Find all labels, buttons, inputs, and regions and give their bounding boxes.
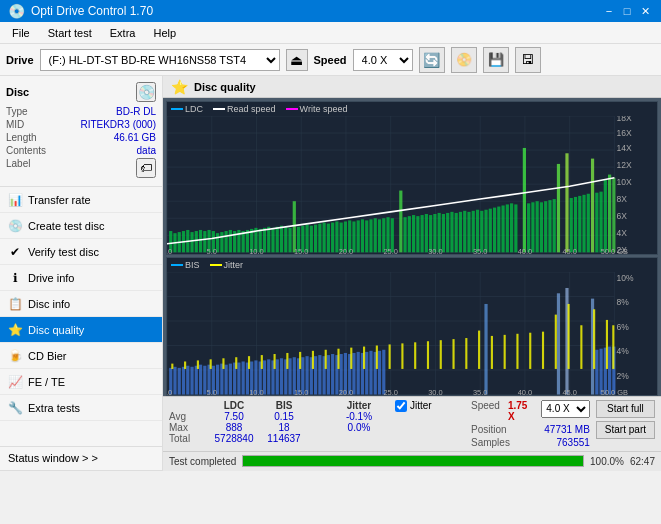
svg-rect-216	[365, 352, 368, 395]
svg-rect-88	[459, 212, 462, 252]
svg-rect-230	[171, 364, 173, 369]
menu-help[interactable]: Help	[145, 25, 184, 41]
avg-label: Avg	[169, 411, 209, 422]
refresh-button[interactable]: 🔄	[419, 47, 445, 73]
read-speed-label: Read speed	[227, 104, 276, 114]
sidebar-item-cd-bier[interactable]: 🍺 CD Bier	[0, 343, 162, 369]
main-panel: ⭐ Disc quality LDC Read speed	[163, 76, 661, 471]
start-part-button[interactable]: Start part	[596, 421, 655, 439]
svg-rect-251	[440, 341, 442, 370]
disc-label-label: Label	[6, 158, 30, 178]
status-window-button[interactable]: Status window > >	[0, 447, 162, 471]
menu-file[interactable]: File	[4, 25, 38, 41]
progress-status-text: Test completed	[169, 456, 236, 467]
sidebar-item-create-test-disc[interactable]: 💿 Create test disc	[0, 213, 162, 239]
legend-jitter: Jitter	[210, 260, 244, 270]
svg-rect-204	[314, 357, 317, 395]
create-test-disc-icon: 💿	[8, 219, 22, 233]
svg-rect-232	[197, 361, 199, 370]
menu-extra[interactable]: Extra	[102, 25, 144, 41]
sidebar-item-fe-te[interactable]: 📈 FE / TE	[0, 369, 162, 395]
svg-rect-76	[408, 216, 411, 252]
dq-icon: ⭐	[171, 79, 188, 95]
svg-text:15.0: 15.0	[294, 388, 308, 395]
lower-chart-svg: 10% 8% 6% 4% 2% 20 15 10 5 0.0 5.0 10.0	[167, 272, 657, 395]
svg-rect-50	[293, 201, 296, 252]
menu-start-test[interactable]: Start test	[40, 25, 100, 41]
svg-rect-57	[323, 223, 326, 253]
svg-rect-174	[186, 366, 189, 395]
contents-value: data	[137, 145, 156, 156]
speed-dropdown[interactable]: 4.0 X	[541, 400, 590, 418]
disc-quality-label: Disc quality	[28, 324, 84, 336]
mid-label: MID	[6, 119, 24, 130]
read-button[interactable]: 📀	[451, 47, 477, 73]
sidebar: Disc 💿 Type BD-R DL MID RITEKDR3 (000) L…	[0, 76, 163, 471]
fe-te-icon: 📈	[8, 375, 22, 389]
total-label: Total	[169, 433, 209, 444]
speed-value: 1.75 X	[508, 400, 533, 422]
svg-rect-68	[369, 219, 372, 252]
disc-label-button[interactable]: 🏷	[136, 158, 156, 178]
svg-rect-120	[604, 180, 607, 252]
svg-text:4%: 4%	[617, 346, 630, 356]
start-full-button[interactable]: Start full	[596, 400, 655, 418]
extra-tests-icon: 🔧	[8, 401, 22, 415]
maximize-button[interactable]: □	[619, 3, 635, 19]
sidebar-item-verify-test-disc[interactable]: ✔ Verify test disc	[0, 239, 162, 265]
sidebar-item-transfer-rate[interactable]: 📊 Transfer rate	[0, 187, 162, 213]
sidebar-item-disc-info[interactable]: 📋 Disc info	[0, 291, 162, 317]
speed-select[interactable]: 4.0 X	[353, 49, 413, 71]
sidebar-item-extra-tests[interactable]: 🔧 Extra tests	[0, 395, 162, 421]
sidebar-item-drive-info[interactable]: ℹ Drive info	[0, 265, 162, 291]
drive-info-icon: ℹ	[8, 271, 22, 285]
sidebar-bottom: Status window > >	[0, 446, 162, 471]
svg-rect-233	[210, 360, 212, 370]
svg-rect-219	[378, 351, 381, 395]
drive-select[interactable]: (F:) HL-DT-ST BD-RE WH16NS58 TST4	[40, 49, 280, 71]
close-button[interactable]: ✕	[637, 3, 653, 19]
minimize-button[interactable]: −	[601, 3, 617, 19]
drive-info-label: Drive info	[28, 272, 74, 284]
svg-text:16X: 16X	[617, 128, 632, 138]
svg-text:5.0: 5.0	[207, 247, 217, 254]
jitter-checkbox[interactable]	[395, 400, 407, 412]
legend-bis: BIS	[171, 260, 200, 270]
svg-rect-187	[242, 362, 245, 395]
samples-label: Samples	[471, 437, 510, 448]
disc-mid-row: MID RITEKDR3 (000)	[6, 119, 156, 130]
svg-rect-214	[357, 352, 360, 395]
svg-rect-207	[327, 356, 330, 395]
total-jitter	[329, 433, 389, 444]
sidebar-item-disc-quality[interactable]: ⭐ Disc quality	[0, 317, 162, 343]
svg-rect-122	[612, 178, 615, 253]
svg-rect-252	[452, 340, 454, 370]
svg-rect-257	[516, 334, 518, 369]
position-value: 47731 MB	[544, 424, 590, 435]
svg-text:25.0: 25.0	[383, 247, 397, 254]
svg-rect-86	[450, 212, 453, 252]
svg-rect-217	[369, 351, 372, 395]
lower-chart-container: BIS Jitter	[166, 257, 658, 396]
svg-rect-103	[527, 203, 530, 252]
upper-chart-container: LDC Read speed Write speed	[166, 101, 658, 255]
dq-title: Disc quality	[194, 81, 256, 93]
svg-rect-121	[608, 175, 611, 253]
svg-rect-198	[288, 359, 291, 395]
disc-info-label: Disc info	[28, 298, 70, 310]
bis-header: BIS	[259, 400, 309, 411]
content-area: Disc 💿 Type BD-R DL MID RITEKDR3 (000) L…	[0, 76, 661, 471]
disc-icon-button[interactable]: 💿	[136, 82, 156, 102]
jitter-header: Jitter	[329, 400, 389, 411]
save-button[interactable]: 🖫	[515, 47, 541, 73]
svg-rect-70	[378, 219, 381, 252]
eject-button[interactable]: ⏏	[286, 49, 308, 71]
svg-rect-261	[568, 304, 570, 369]
svg-text:6%: 6%	[617, 322, 630, 332]
svg-rect-67	[365, 220, 368, 252]
stats-empty	[169, 400, 209, 411]
svg-text:35.0: 35.0	[473, 388, 487, 395]
disc-length-row: Length 46.61 GB	[6, 132, 156, 143]
write-button[interactable]: 💾	[483, 47, 509, 73]
svg-rect-66	[361, 219, 364, 252]
